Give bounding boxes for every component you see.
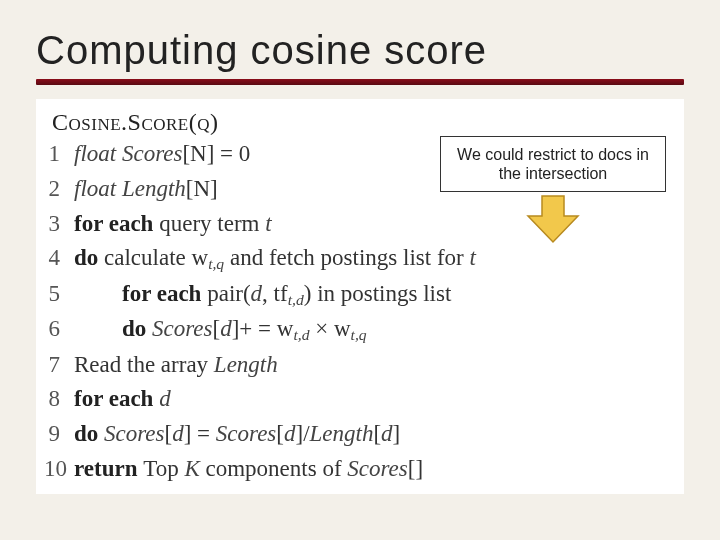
text: Read the array (74, 352, 214, 377)
text: for each (74, 211, 153, 236)
title-underline (36, 79, 684, 85)
function-header: Cosine.Score(q) (52, 109, 676, 136)
line-6: do Scores[d]+ = wt,d × wt,q (74, 315, 676, 344)
line-8: for each d (74, 385, 676, 414)
text: float Length (74, 176, 186, 201)
text: Length (310, 421, 374, 446)
text: float Scores (74, 141, 182, 166)
slide: Computing cosine score Cosine.Score(q) 1… (0, 0, 720, 540)
arrow-down-icon (440, 194, 666, 248)
text: query term (153, 211, 265, 236)
text: Scores (152, 316, 212, 341)
callout-text: We could restrict to docs in the interse… (457, 146, 649, 182)
callout: We could restrict to docs in the interse… (440, 136, 666, 248)
text: × w (309, 316, 350, 341)
text: , tf (262, 281, 288, 306)
line-number: 2 (44, 175, 74, 204)
text: t,q (208, 255, 224, 272)
line-number: 9 (44, 420, 74, 449)
line-4: do calculate wt,q and fetch postings lis… (74, 244, 676, 273)
text: t,q (351, 326, 367, 343)
text: ] (393, 421, 401, 446)
svg-marker-0 (528, 196, 578, 242)
line-number: 7 (44, 351, 74, 380)
text: ) in postings list (304, 281, 452, 306)
line-number: 5 (44, 280, 74, 309)
text: do (74, 421, 104, 446)
text: t (469, 245, 475, 270)
text: [N] (186, 176, 218, 201)
text: [N] = 0 (182, 141, 250, 166)
text: components of (200, 456, 348, 481)
line-number: 10 (44, 455, 74, 484)
page-title: Computing cosine score (36, 28, 684, 73)
callout-box: We could restrict to docs in the interse… (440, 136, 666, 192)
text: Scores (104, 421, 164, 446)
line-number: 1 (44, 140, 74, 169)
text: for each (122, 281, 201, 306)
text: K (184, 456, 199, 481)
line-9: do Scores[d] = Scores[d]/Length[d] (74, 420, 676, 449)
text: d (153, 386, 170, 411)
text: do (74, 245, 104, 270)
line-10: return Top K components of Scores[] (74, 455, 676, 484)
line-number: 6 (44, 315, 74, 344)
line-number: 3 (44, 210, 74, 239)
text: for each (74, 386, 153, 411)
text: ]+ = w (232, 316, 294, 341)
text: pair( (201, 281, 250, 306)
line-number: 4 (44, 244, 74, 273)
text: t,d (293, 326, 309, 343)
text: t (265, 211, 271, 236)
text: return (74, 456, 143, 481)
text: Top (143, 456, 184, 481)
text: Scores (347, 456, 407, 481)
line-number: 8 (44, 385, 74, 414)
text: [] (408, 456, 423, 481)
text: ] = (184, 421, 216, 446)
text: Length (214, 352, 278, 377)
text: [ (276, 421, 284, 446)
text: [ (373, 421, 381, 446)
function-name: Cosine.Score(q) (52, 109, 219, 135)
text: do (122, 316, 152, 341)
text: Scores (216, 421, 276, 446)
text: calculate w (104, 245, 208, 270)
text: d (381, 421, 393, 446)
text: ]/ (295, 421, 309, 446)
line-7: Read the array Length (74, 351, 676, 380)
text: d (172, 421, 184, 446)
text: d (220, 316, 232, 341)
text: d (284, 421, 296, 446)
text: and fetch postings list for (224, 245, 469, 270)
text: d (251, 281, 263, 306)
text: t,d (288, 291, 304, 308)
line-5: for each pair(d, tft,d) in postings list (74, 280, 676, 309)
